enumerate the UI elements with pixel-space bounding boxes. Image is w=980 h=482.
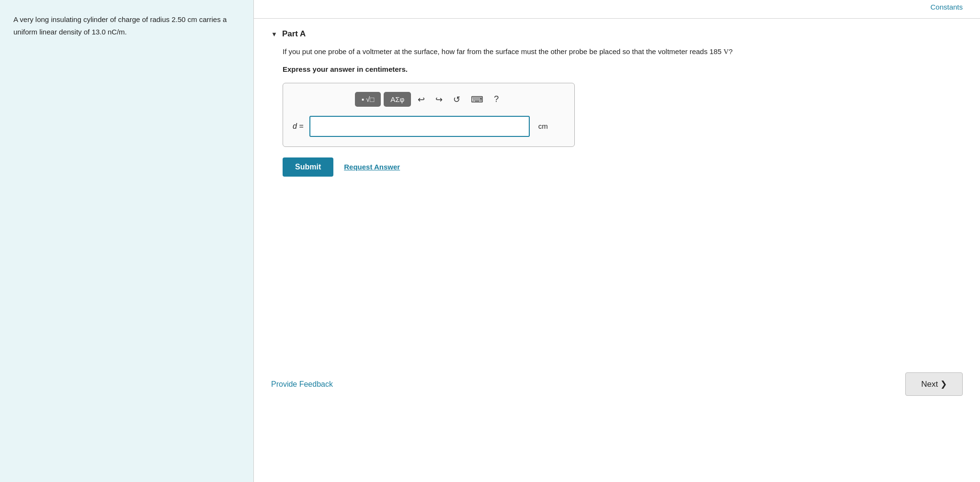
- math-sqrt-icon: √□: [366, 95, 374, 103]
- greek-symbols-button[interactable]: ΑΣφ: [384, 92, 411, 107]
- collapse-icon[interactable]: ▼: [271, 31, 277, 38]
- help-button[interactable]: ?: [490, 92, 502, 107]
- submit-button[interactable]: Submit: [283, 157, 333, 177]
- reset-button[interactable]: ↺: [449, 92, 464, 107]
- redo-button[interactable]: ↪: [432, 92, 446, 107]
- constants-link[interactable]: Constants: [930, 3, 963, 11]
- problem-text: A very long insulating cylinder of charg…: [13, 13, 240, 38]
- answer-input[interactable]: [309, 116, 530, 137]
- next-button[interactable]: Next ❯: [905, 372, 963, 396]
- toolbar: ▪ √□ ΑΣφ ↩ ↪ ↺ ⌨ ?: [293, 92, 565, 107]
- unit-label: cm: [538, 122, 548, 130]
- right-panel: Constants ▼ Part A If you put one probe …: [254, 0, 980, 482]
- math-input-button[interactable]: ▪ √□: [355, 92, 381, 107]
- greek-label: ΑΣφ: [390, 95, 404, 103]
- keyboard-button[interactable]: ⌨: [467, 92, 487, 107]
- left-panel: A very long insulating cylinder of charg…: [0, 0, 254, 482]
- provide-feedback-link[interactable]: Provide Feedback: [271, 380, 333, 389]
- part-a-header: ▼ Part A: [254, 19, 980, 45]
- bottom-bar: Provide Feedback Next ❯: [254, 372, 980, 396]
- part-a-label: Part A: [282, 29, 306, 39]
- part-a-content: If you put one probe of a voltmeter at t…: [254, 45, 980, 177]
- matrix-icon: ▪: [362, 95, 364, 103]
- instruction-text: Express your answer in centimeters.: [283, 65, 951, 73]
- question-text: If you put one probe of a voltmeter at t…: [283, 45, 951, 58]
- input-row: d = cm: [293, 116, 565, 137]
- action-row: Submit Request Answer: [283, 157, 951, 177]
- request-answer-button[interactable]: Request Answer: [344, 163, 400, 171]
- answer-box: ▪ √□ ΑΣφ ↩ ↪ ↺ ⌨ ? d = cm: [283, 83, 575, 147]
- undo-button[interactable]: ↩: [414, 92, 429, 107]
- input-label: d =: [293, 122, 304, 131]
